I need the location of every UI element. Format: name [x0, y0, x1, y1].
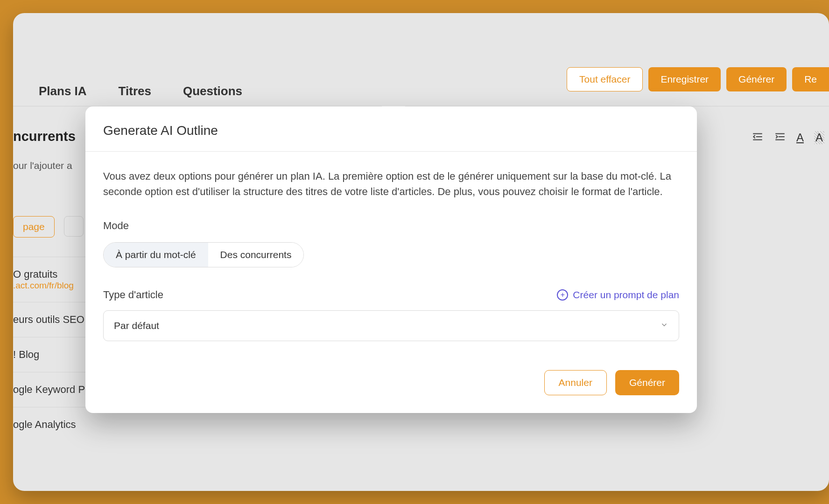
- tab-plans-ia[interactable]: Plans IA: [39, 84, 87, 98]
- generate-ai-outline-modal: Generate AI Outline Vous avez deux optio…: [85, 106, 697, 413]
- indent-icon[interactable]: [774, 131, 786, 145]
- save-button[interactable]: Enregistrer: [648, 67, 721, 91]
- modal-header: Generate AI Outline: [85, 106, 697, 152]
- clear-all-button[interactable]: Tout effacer: [567, 67, 643, 91]
- plus-circle-icon: +: [557, 289, 568, 301]
- refresh-button-partial[interactable]: Re: [792, 67, 829, 91]
- mode-from-keyword[interactable]: À partir du mot-clé: [104, 243, 208, 267]
- tab-questions[interactable]: Questions: [183, 84, 242, 98]
- modal-body: Vous avez deux options pour générer un p…: [85, 152, 697, 354]
- modal-description: Vous avez deux options pour générer un p…: [103, 168, 679, 199]
- create-outline-prompt-link[interactable]: + Créer un prompt de plan: [557, 289, 679, 301]
- app-window: Plans IA Titres Questions Tout effacer E…: [13, 13, 829, 491]
- mode-toggle-group: À partir du mot-clé Des concurrents: [103, 242, 304, 267]
- generate-button[interactable]: Générer: [726, 67, 787, 91]
- chevron-down-icon: [660, 320, 668, 331]
- left-panel-content: ncurrents our l'ajouter a page: [13, 129, 92, 238]
- cancel-button[interactable]: Annuler: [544, 370, 607, 395]
- left-tabs: Plans IA Titres Questions: [39, 84, 242, 98]
- article-type-label: Type d'article: [103, 289, 163, 301]
- empty-pill[interactable]: [64, 216, 84, 237]
- mode-from-competitors[interactable]: Des concurrents: [208, 243, 304, 267]
- editor-toolbar: A A: [752, 131, 824, 145]
- header-actions: Tout effacer Enregistrer Générer Re: [567, 67, 829, 91]
- outdent-icon[interactable]: [752, 131, 764, 145]
- article-type-select[interactable]: Par défaut: [103, 310, 679, 341]
- mode-label: Mode: [103, 220, 679, 232]
- section-title-fragment: ncurrents: [13, 129, 92, 144]
- font-color-icon[interactable]: A: [796, 131, 804, 144]
- page-pill[interactable]: page: [13, 216, 55, 238]
- modal-title: Generate AI Outline: [103, 123, 679, 138]
- generate-outline-button[interactable]: Générer: [615, 370, 679, 395]
- modal-footer: Annuler Générer: [85, 354, 697, 413]
- select-value: Par défaut: [114, 320, 159, 331]
- subtitle-fragment: our l'ajouter a: [13, 160, 92, 171]
- create-prompt-label: Créer un prompt de plan: [573, 289, 679, 301]
- tab-titres[interactable]: Titres: [119, 84, 151, 98]
- highlight-icon[interactable]: A: [814, 131, 824, 144]
